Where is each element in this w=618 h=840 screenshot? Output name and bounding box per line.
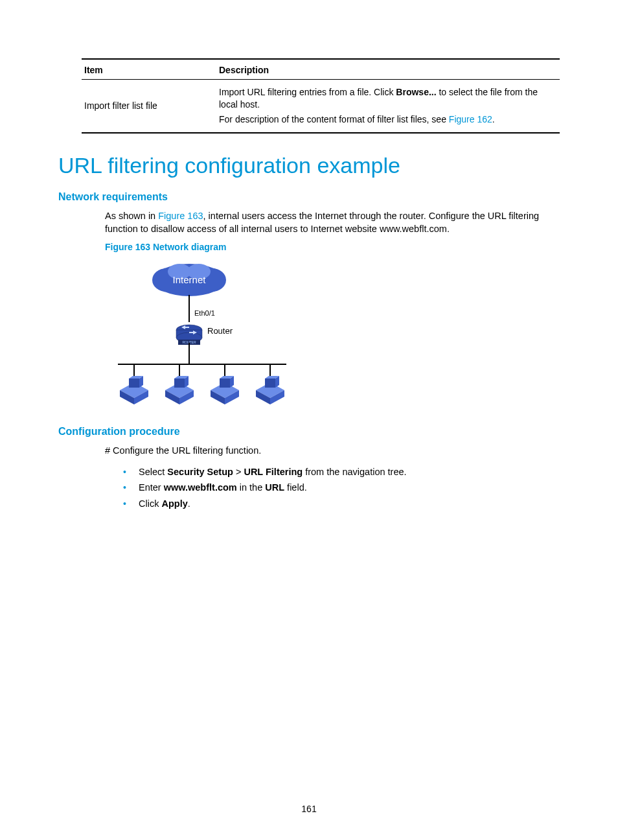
bold: URL Filtering — [244, 467, 303, 477]
text: field. — [284, 482, 307, 493]
network-diagram: Internet Eth0/1 ROUTER Router — [105, 257, 299, 413]
host-icon — [211, 376, 239, 404]
text: Import URL filtering entries from a file… — [219, 87, 396, 97]
router-icon: ROUTER — [176, 325, 202, 345]
figure-163-link[interactable]: Figure 163 — [158, 211, 203, 221]
configuration-procedure-heading: Configuration procedure — [58, 426, 560, 438]
host-icon — [165, 376, 194, 404]
text: from the navigation tree. — [303, 467, 406, 477]
text: . — [188, 498, 190, 509]
page-number: 161 — [0, 804, 618, 814]
svg-marker-18 — [174, 379, 185, 388]
list-item: Click Apply. — [123, 496, 560, 512]
desc-line-1: Import URL filtering entries from a file… — [219, 86, 557, 111]
table-header-row: Item Description — [82, 59, 560, 80]
browse-bold: Browse... — [396, 87, 436, 97]
table-row: Import filter list file Import URL filte… — [82, 80, 560, 133]
svg-marker-24 — [220, 379, 230, 388]
text: > — [233, 467, 244, 477]
host-icon — [256, 376, 284, 404]
network-requirements-paragraph: As shown in Figure 163, internal users a… — [105, 209, 560, 236]
router-label: Router — [207, 326, 233, 336]
list-item: Enter www.webflt.com in the URL field. — [123, 480, 560, 496]
document-page: Item Description Import filter list file… — [0, 0, 618, 840]
bold: Security Setup — [167, 467, 233, 477]
col-item-header: Item — [82, 59, 216, 80]
bold: www.webflt.com — [164, 482, 237, 493]
list-item: Select Security Setup > URL Filtering fr… — [123, 464, 560, 480]
procedure-list: Select Security Setup > URL Filtering fr… — [123, 464, 560, 512]
config-intro: # Configure the URL filtering function. — [105, 444, 560, 457]
text: in the — [237, 482, 266, 493]
bold: Apply — [161, 498, 187, 509]
text: For description of the content format of… — [219, 114, 449, 124]
col-description-header: Description — [216, 59, 560, 80]
svg-marker-12 — [129, 379, 139, 388]
interface-label: Eth0/1 — [194, 309, 215, 317]
figure-caption: Figure 163 Network diagram — [105, 242, 560, 252]
cloud-icon: Internet — [152, 264, 226, 296]
description-table: Item Description Import filter list file… — [82, 58, 560, 134]
text: Enter — [139, 482, 164, 493]
text: Click — [139, 498, 161, 509]
desc-line-2: For description of the content format of… — [219, 113, 557, 126]
text: As shown in — [105, 211, 158, 221]
svg-marker-30 — [265, 379, 275, 388]
host-icon — [120, 376, 148, 404]
network-requirements-heading: Network requirements — [58, 191, 560, 203]
cell-description: Import URL filtering entries from a file… — [216, 80, 560, 133]
figure-162-link[interactable]: Figure 162 — [449, 114, 492, 124]
cell-item: Import filter list file — [82, 80, 216, 133]
text: . — [492, 114, 495, 124]
text: Select — [139, 467, 167, 477]
bold: URL — [265, 482, 284, 493]
cloud-label: Internet — [173, 274, 207, 285]
section-title: URL filtering configuration example — [58, 153, 560, 178]
